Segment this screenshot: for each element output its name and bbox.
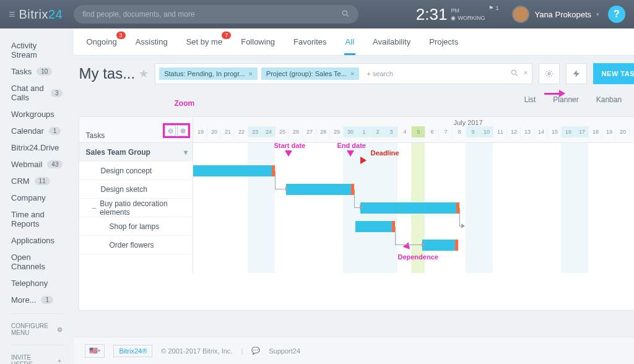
sidebar-item-label: Telephony <box>11 279 48 288</box>
sidebar-item[interactable]: Telephony <box>0 275 74 292</box>
view-kanban[interactable]: Kanban <box>593 93 625 110</box>
collapse-icon[interactable]: – <box>92 204 96 212</box>
gantt-tasks-header: Tasks ⊖ ⊕ <box>79 117 193 142</box>
gantt-bar[interactable] <box>422 240 458 251</box>
dependency-line <box>354 189 360 208</box>
tab[interactable]: Following <box>240 37 276 46</box>
sidebar-item[interactable]: More...1 <box>0 292 74 308</box>
language-selector[interactable]: 🇺🇸 ▾ <box>85 344 105 358</box>
filter-chip-project[interactable]: Project (group): Sales Te...× <box>261 67 359 80</box>
sidebar-item-label: CRM <box>11 176 30 186</box>
zoom-controls[interactable]: ⊖ ⊕ <box>163 123 190 138</box>
task-row[interactable]: Design concept <box>79 162 193 180</box>
chip-remove-icon[interactable]: × <box>350 70 354 77</box>
brand-logo: Bitrix24 <box>19 7 63 22</box>
task-group-row[interactable]: Sales Team Group▾ <box>79 143 193 162</box>
gantt-month-label: July 2017 <box>193 117 634 126</box>
sidebar-item[interactable]: Bitrix24.Drive <box>0 139 74 156</box>
search-icon <box>341 9 350 20</box>
menu-toggle-icon[interactable]: ≡ <box>9 8 15 21</box>
gantt-day: 6 <box>425 126 438 137</box>
tab[interactable]: Availability <box>371 37 412 46</box>
configure-menu-button[interactable]: CONFIGURE MENU ⚙ <box>0 319 74 340</box>
gantt-bar[interactable] <box>193 165 275 176</box>
svg-point-2 <box>511 70 516 74</box>
dependency-line <box>459 208 462 227</box>
deadline-marker <box>455 240 458 251</box>
gantt-day: 14 <box>534 126 547 137</box>
sidebar-item-label: Company <box>11 193 46 202</box>
sidebar-item[interactable]: Time and Reports <box>0 206 74 232</box>
view-planner[interactable]: Planner <box>549 93 582 110</box>
gantt-day: 9 <box>466 126 479 137</box>
gantt-day: 4 <box>397 126 411 137</box>
sidebar-item[interactable]: Company <box>0 189 74 206</box>
zoom-out-icon[interactable]: ⊖ <box>165 125 176 136</box>
task-label: Buy patio decoration elements <box>100 199 193 217</box>
task-row[interactable]: Order flowers <box>79 236 193 254</box>
gantt-bar[interactable] <box>355 221 395 232</box>
svg-line-3 <box>515 74 517 76</box>
task-row[interactable]: –Buy patio decoration elements <box>79 199 193 217</box>
end-date-annotation: End date <box>337 142 365 149</box>
gantt-day: 19 <box>193 126 207 137</box>
sidebar-item[interactable]: Open Channels <box>0 249 74 275</box>
tab[interactable]: Set by me7 <box>185 37 224 46</box>
sidebar-item-count: 3 <box>51 89 63 97</box>
footer-support[interactable]: Support24 <box>269 347 300 355</box>
clear-filter-icon[interactable]: × <box>524 69 528 79</box>
sidebar-item[interactable]: Webmail43 <box>0 156 74 173</box>
user-name: Yana Prokopets <box>534 10 591 19</box>
sidebar-item[interactable]: CRM11 <box>0 173 74 189</box>
start-date-annotation: Start date <box>274 142 305 149</box>
tab[interactable]: Favorites <box>292 37 328 46</box>
chip-remove-icon[interactable]: × <box>248 70 252 77</box>
zoom-annotation: Zoom <box>174 99 194 108</box>
global-search-input[interactable]: find people, documents, and more <box>74 5 358 24</box>
gantt-day: 22 <box>234 126 248 137</box>
tab[interactable]: Projects <box>428 37 459 46</box>
filter-bar[interactable]: Status: Pending, In progr...× Project (g… <box>155 63 532 84</box>
sidebar-item[interactable]: Chat and Calls3 <box>0 80 74 106</box>
sidebar-item[interactable]: Applications <box>0 232 74 249</box>
tab[interactable]: Assisting <box>134 37 169 46</box>
dependency-line <box>395 227 422 245</box>
clock-time: 2:31 <box>416 5 448 24</box>
sidebar-item-label: More... <box>11 295 36 305</box>
gantt-day: 24 <box>261 126 275 137</box>
clock-widget[interactable]: 2:31 PM ◉ WORKING ⚑ 1 <box>416 5 499 24</box>
sidebar-item-label: Calendar <box>11 126 44 136</box>
gantt-day: 25 <box>275 126 289 137</box>
sidebar-item-label: Applications <box>11 236 54 245</box>
user-menu[interactable]: Yana Prokopets ▾ <box>512 6 599 23</box>
tab[interactable]: Ongoing3 <box>85 37 118 46</box>
sidebar-item[interactable]: Calendar1 <box>0 123 74 139</box>
new-task-button[interactable]: NEW TASK ▾ <box>593 63 634 84</box>
sidebar: Activity StreamTasks10Chat and Calls3Wor… <box>0 28 74 364</box>
task-row[interactable]: Design sketch <box>79 180 193 199</box>
arrow-down-start <box>285 150 292 157</box>
invite-users-button[interactable]: INVITE USERS ＋ <box>0 350 74 364</box>
tab[interactable]: All <box>344 37 355 46</box>
favorite-star-icon[interactable]: ★ <box>139 67 149 80</box>
chevron-down-icon[interactable]: ▾ <box>184 148 193 157</box>
task-tabs: Ongoing3AssistingSet by me7FollowingFavo… <box>74 28 634 56</box>
search-icon[interactable] <box>510 69 519 79</box>
bolt-button[interactable] <box>566 63 587 84</box>
sidebar-item-label: Activity Stream <box>11 41 63 59</box>
sidebar-item[interactable]: Activity Stream <box>0 37 74 63</box>
gantt-bar[interactable] <box>286 184 354 195</box>
svg-point-0 <box>343 11 347 15</box>
gantt-bar[interactable] <box>360 202 459 214</box>
sidebar-item[interactable]: Tasks10 <box>0 63 74 80</box>
gantt-day: 23 <box>248 126 261 137</box>
settings-button[interactable] <box>539 63 560 84</box>
view-list[interactable]: List <box>521 93 540 110</box>
sidebar-item[interactable]: Workgroups <box>0 106 74 123</box>
zoom-in-icon[interactable]: ⊕ <box>177 125 188 136</box>
sidebar-item-label: Chat and Calls <box>11 84 46 102</box>
help-button[interactable]: ? <box>608 6 625 23</box>
task-label: Design sketch <box>100 185 147 194</box>
filter-chip-status[interactable]: Status: Pending, In progr...× <box>159 67 258 80</box>
task-row[interactable]: Shop for lamps <box>79 217 193 236</box>
